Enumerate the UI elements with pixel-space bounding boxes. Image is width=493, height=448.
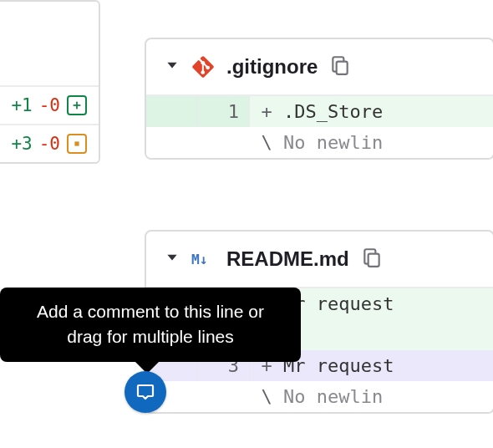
diff-sign: + bbox=[250, 101, 283, 122]
additions-count: +3 bbox=[11, 134, 32, 154]
deletions-count: -0 bbox=[39, 134, 60, 154]
collapse-toggle[interactable] bbox=[165, 58, 180, 76]
markdown-icon: M↓ bbox=[191, 247, 215, 271]
svg-rect-1 bbox=[74, 104, 81, 106]
git-icon bbox=[191, 55, 215, 79]
collapse-toggle[interactable] bbox=[165, 250, 180, 268]
diff-line: \No newlin bbox=[146, 127, 493, 158]
diff-content: .DS_Store bbox=[283, 101, 383, 122]
new-line-number: 1 bbox=[198, 96, 250, 127]
diff-file-panel: .gitignore 1 +.DS_Store \No newlin bbox=[145, 38, 493, 160]
diff-content: No newlin bbox=[283, 132, 383, 153]
add-comment-button[interactable] bbox=[125, 371, 166, 413]
file-stat-row[interactable]: +3 -0 bbox=[0, 124, 99, 162]
additions-count: +1 bbox=[11, 95, 32, 115]
file-name[interactable]: .gitignore bbox=[226, 55, 318, 79]
svg-rect-3 bbox=[337, 62, 348, 74]
svg-text:M↓: M↓ bbox=[191, 252, 208, 267]
tooltip-text: Add a comment to this line or drag for m… bbox=[37, 302, 264, 346]
copy-path-button[interactable] bbox=[361, 247, 383, 272]
file-modified-icon bbox=[67, 134, 87, 154]
copy-path-button[interactable] bbox=[329, 54, 351, 79]
diff-sign: \ bbox=[250, 386, 283, 407]
diff-file-header: M↓ README.md bbox=[146, 232, 493, 288]
old-line-number bbox=[146, 96, 198, 127]
diff-content: No newlin bbox=[283, 386, 383, 407]
diff-sign: \ bbox=[250, 132, 283, 153]
add-comment-tooltip: Add a comment to this line or drag for m… bbox=[0, 288, 301, 362]
file-added-icon bbox=[67, 95, 87, 115]
diff-line[interactable]: 1 +.DS_Store bbox=[146, 96, 493, 127]
svg-rect-2 bbox=[74, 141, 79, 145]
diff-file-header: .gitignore bbox=[146, 39, 493, 96]
diff-line: \No newlin bbox=[146, 381, 493, 412]
file-list: +1 -0 +3 -0 bbox=[0, 0, 100, 164]
file-stat-row[interactable]: +1 -0 bbox=[0, 85, 99, 124]
comment-icon bbox=[135, 382, 155, 402]
file-name[interactable]: README.md bbox=[226, 247, 349, 271]
deletions-count: -0 bbox=[39, 95, 60, 115]
svg-rect-5 bbox=[368, 254, 379, 267]
